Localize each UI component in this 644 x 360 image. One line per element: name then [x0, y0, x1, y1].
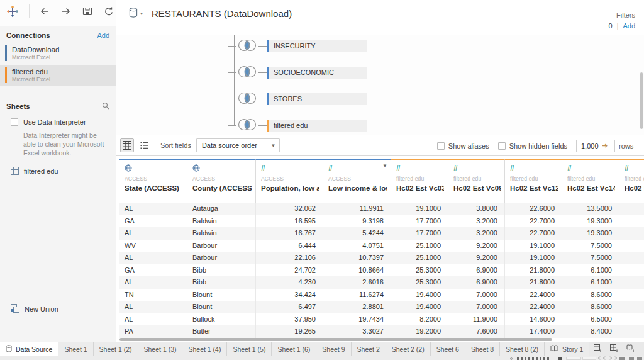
table-row[interactable]: ALBibb4.2302.601625.30006.900021.80006.1… — [119, 276, 644, 289]
refresh-icon[interactable] — [103, 5, 115, 18]
new-story-icon — [626, 344, 635, 354]
row-count-input-box[interactable]: ➜ — [576, 140, 615, 152]
table-row[interactable]: ALBlount6.4972.880119.40007.000022.40008… — [119, 301, 644, 313]
table-row[interactable]: ALBullock37.95019.74348.200011.900014.60… — [119, 313, 644, 326]
new-union-button[interactable]: New Union — [4, 301, 65, 317]
tab-sheet-1-6-[interactable]: Sheet 1 (6) — [272, 342, 316, 356]
column-header[interactable]: #ACCESSPopulation, low ac... — [256, 159, 323, 203]
table-cell: 9.2000 — [448, 240, 505, 252]
tab-story-1[interactable]: Story 1 — [545, 342, 589, 356]
logical-table[interactable]: SOCIOECONOMIC — [267, 67, 367, 79]
record-navigation-icons[interactable] — [599, 357, 616, 359]
column-header[interactable]: #filtered eduHc02 Est Vc03 — [391, 159, 448, 203]
column-header[interactable]: #filtered eduHc02 Es — [619, 159, 644, 203]
tab-label: Story 1 — [562, 346, 583, 353]
join-venn-icon[interactable] — [236, 37, 258, 55]
tab-sheet-8-2-[interactable]: Sheet 8 (2) — [500, 342, 545, 356]
table-cell: GA — [119, 264, 187, 277]
tab-sheet-9[interactable]: Sheet 9 — [316, 342, 351, 356]
table-cell: 19.3000 — [562, 215, 619, 228]
join-venn-icon[interactable] — [236, 116, 258, 134]
new-dashboard-icon — [610, 344, 618, 354]
checkbox-box[interactable] — [11, 118, 18, 126]
logical-table[interactable]: filtered edu — [267, 120, 367, 132]
save-button[interactable] — [81, 5, 94, 18]
sidebar-sheet-filtered-edu[interactable]: filtered edu — [0, 158, 116, 179]
new-story-button[interactable] — [622, 342, 638, 356]
apply-row-count-arrow-icon[interactable]: ➜ — [602, 142, 608, 150]
join-connector-line — [228, 72, 236, 73]
view-toggle-icon[interactable] — [637, 357, 642, 360]
connection-item[interactable]: filtered eduMicrosoft Excel — [0, 65, 116, 86]
column-header[interactable]: #filtered eduHc02 Est Vc09 — [448, 159, 505, 203]
data-interpreter-description: Data Interpreter might be able to clean … — [0, 127, 116, 158]
sort-fields-label: Sort fields — [160, 142, 191, 149]
tab-data-source[interactable]: Data Source — [0, 342, 58, 356]
checkbox-box[interactable] — [498, 142, 506, 150]
story-book-icon — [550, 345, 558, 353]
new-worksheet-button[interactable] — [589, 342, 606, 356]
tab-sheet-2-2-[interactable]: Sheet 2 (2) — [386, 342, 431, 356]
show-hidden-fields-checkbox[interactable]: Show hidden fields — [498, 142, 567, 150]
checkbox-box[interactable] — [437, 142, 445, 150]
connection-item[interactable]: DataDownloadMicrosoft Excel — [0, 43, 116, 64]
grid-view-button[interactable] — [120, 138, 134, 152]
show-aliases-checkbox[interactable]: Show aliases — [437, 142, 489, 150]
join-venn-icon[interactable] — [236, 64, 258, 81]
table-row[interactable]: ALAutauga32.06211.991119.10003.800022.60… — [119, 203, 644, 215]
forward-button[interactable] — [60, 5, 72, 18]
search-icon[interactable] — [102, 102, 109, 111]
tab-sheet-1-4-[interactable]: Sheet 1 (4) — [182, 342, 227, 356]
tab-sheet-2[interactable]: Sheet 2 — [352, 342, 386, 356]
logical-table[interactable]: INSECURITY — [267, 40, 367, 52]
table-row[interactable]: GABaldwin16.5959.319817.70003.200022.700… — [119, 215, 644, 228]
column-header[interactable]: #filtered eduHc02 Est Vc14 — [562, 159, 619, 203]
table-row[interactable]: ALBarbour22.10610.739725.10009.200019.10… — [119, 252, 644, 264]
tab-sheet-6[interactable]: Sheet 6 — [431, 342, 465, 356]
column-source: filtered edu — [510, 176, 558, 182]
column-source: filtered edu — [453, 176, 501, 182]
join-venn-icon[interactable] — [236, 90, 258, 108]
new-dashboard-button[interactable] — [606, 342, 622, 356]
tab-label: Sheet 2 — [357, 346, 380, 353]
logical-table[interactable]: STORES — [267, 93, 367, 105]
tab-sheet-8[interactable]: Sheet 8 — [465, 342, 500, 356]
table-cell: 19.4000 — [391, 289, 448, 301]
metadata-view-button[interactable] — [138, 138, 152, 152]
use-data-interpreter-checkbox[interactable]: Use Data Interpreter — [0, 115, 116, 127]
tab-sheet-1-3-[interactable]: Sheet 1 (3) — [138, 342, 183, 356]
table-accent-bar — [267, 67, 269, 79]
tab-sheet-1[interactable]: Sheet 1 — [58, 342, 93, 356]
table-row[interactable]: WVBarbour6.4444.075125.10009.200019.1000… — [119, 240, 644, 252]
table-cell: 22.6000 — [505, 203, 562, 215]
field-menu-caret-icon[interactable]: ▼ — [382, 163, 387, 169]
main-panel: ▾ RESTAURANTS (DataDownload) Filters 0 |… — [116, 0, 644, 342]
table-row[interactable]: TNBlount34.42411.627419.40007.000022.400… — [119, 289, 644, 301]
tab-sheet-1-5-[interactable]: Sheet 1 (5) — [227, 342, 272, 356]
back-button[interactable] — [38, 5, 51, 18]
column-source: filtered edu — [567, 176, 615, 182]
connection-accent-bar — [5, 45, 7, 61]
table-row[interactable]: ALBaldwin16.7675.424417.70003.200022.700… — [119, 227, 644, 240]
table-row[interactable]: GABibb24.70210.866425.30006.900021.80006… — [119, 264, 644, 277]
table-row[interactable]: PAButler19.2653.302719.20007.600017.4000… — [119, 325, 644, 338]
column-header[interactable]: #filtered eduHc02 Est Vc12 — [505, 159, 562, 203]
view-toggle-icon[interactable] — [629, 357, 634, 360]
column-header[interactable]: ACCESSState (ACCESS) — [119, 159, 187, 203]
join-connector-line — [258, 125, 267, 126]
column-header[interactable]: ACCESSCounty (ACCESS) — [187, 159, 256, 203]
sort-order-select[interactable]: Data source order ▼ — [196, 138, 280, 152]
tab-sheet-1-2-[interactable]: Sheet 1 (2) — [94, 342, 138, 356]
row-count-input[interactable] — [577, 142, 602, 150]
add-connection-link[interactable]: Add — [97, 31, 109, 39]
table-cell: 19.1000 — [505, 240, 562, 252]
app-toolbar — [0, 0, 116, 26]
tiles-view-icon[interactable] — [619, 357, 625, 360]
column-header[interactable]: #▼ACCESSLow income & low ... — [323, 159, 391, 203]
filters-add-link[interactable]: Add — [623, 22, 635, 30]
number-icon: # — [625, 164, 644, 172]
table-cell — [619, 276, 644, 289]
datasource-menu-caret-icon[interactable]: ▾ — [140, 11, 143, 16]
grid-horizontal-scrollbar[interactable] — [119, 338, 552, 341]
canvas-vertical-scrollbar[interactable] — [640, 72, 643, 129]
